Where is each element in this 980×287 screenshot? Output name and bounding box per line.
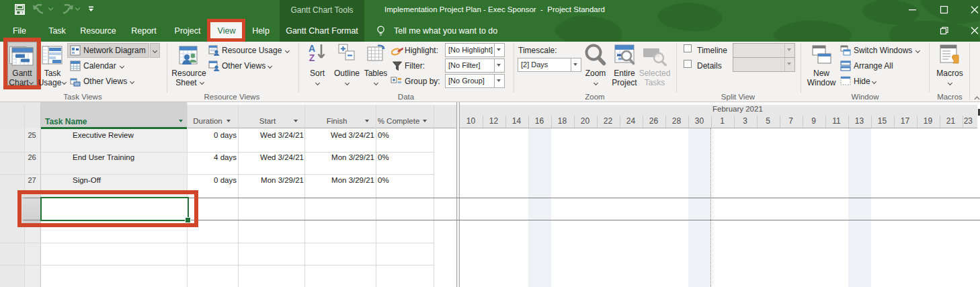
svg-text:Z: Z: [309, 52, 315, 63]
